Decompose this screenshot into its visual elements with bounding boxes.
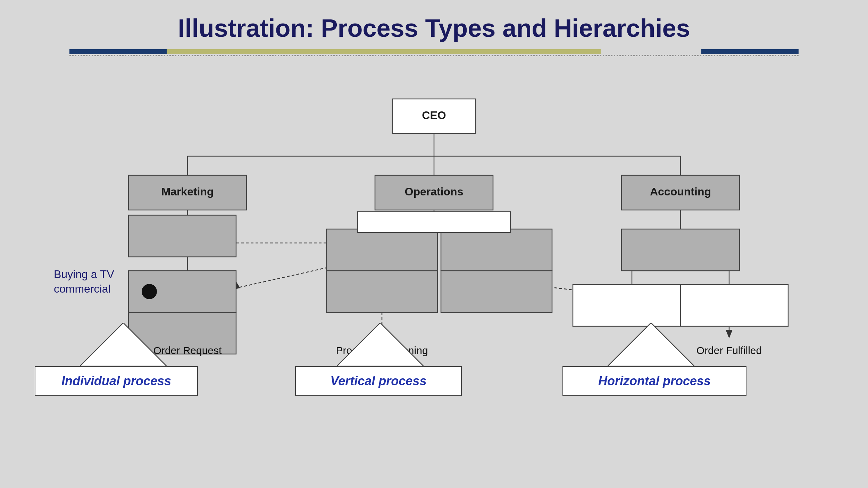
svg-marker-35 <box>80 323 167 366</box>
horizontal-process-label: Horizontal process <box>598 374 711 388</box>
marketing-label: Marketing <box>161 185 214 198</box>
horizontal-process-box: Horizontal process <box>562 366 746 396</box>
horizontal-triangle <box>608 323 694 368</box>
svg-marker-37 <box>608 323 694 366</box>
order-fulfilled-label: Order Fulfilled <box>696 345 762 356</box>
accounting-sub1-box <box>621 229 740 271</box>
operations-sub3-box <box>326 271 437 312</box>
black-dot <box>142 284 157 299</box>
individual-triangle <box>80 323 167 368</box>
operations-sub4-box <box>441 271 552 312</box>
marketing-sub1-box <box>128 215 236 257</box>
operations-sub1-box <box>326 229 437 271</box>
operations-label: Operations <box>405 185 464 198</box>
accounting-label: Accounting <box>650 185 711 198</box>
page-title: Illustration: Process Types and Hierarch… <box>0 0 868 42</box>
buying-tv-label: Buying a TVcommercial <box>54 267 114 296</box>
svg-marker-31 <box>726 330 733 338</box>
accounting-sub3-box <box>681 285 788 326</box>
individual-process-box: Individual process <box>35 366 198 396</box>
accounting-sub2-box <box>573 285 681 326</box>
vertical-process-box: Vertical process <box>295 366 462 396</box>
operations-sub2-box <box>441 229 552 271</box>
svg-marker-36 <box>337 323 424 366</box>
vertical-process-label: Vertical process <box>331 374 427 388</box>
individual-process-label: Individual process <box>61 374 171 388</box>
ceo-label: CEO <box>422 109 446 121</box>
svg-rect-34 <box>358 212 510 233</box>
vertical-triangle <box>337 323 424 368</box>
page-container: Illustration: Process Types and Hierarch… <box>0 0 868 488</box>
